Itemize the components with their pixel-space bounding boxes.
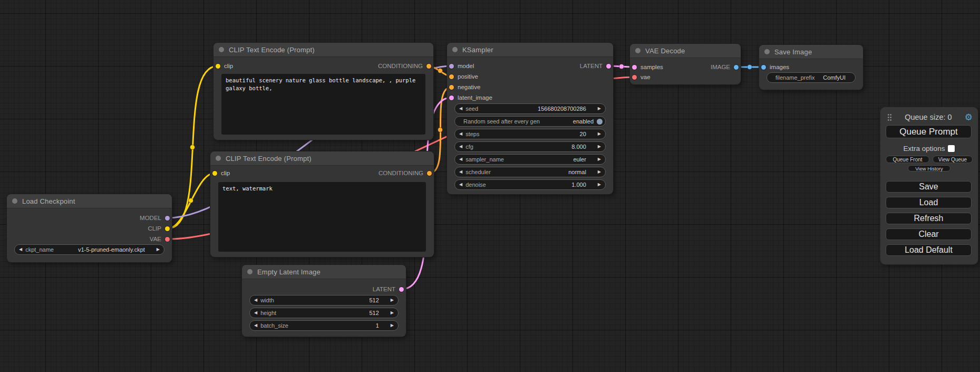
queue-prompt-button[interactable]: Queue Prompt	[886, 125, 972, 138]
ckpt-name-widget[interactable]: ◀ ckpt_name v1-5-pruned-emaonly.ckpt ▶	[14, 244, 164, 255]
toggle-knob[interactable]	[597, 119, 603, 125]
node-title: CLIP Text Encode (Prompt)	[226, 155, 312, 163]
node-title: Empty Latent Image	[257, 268, 321, 276]
node-load-checkpoint[interactable]: Load Checkpoint MODEL CLIP VAE ◀ ckpt_na…	[7, 194, 172, 262]
node-title-bar[interactable]: Empty Latent Image	[242, 265, 406, 279]
queue-size-label: Queue size: 0	[892, 113, 965, 121]
conditioning-output-port[interactable]	[426, 64, 431, 69]
node-ksampler[interactable]: KSampler model positive negative latent_…	[447, 43, 613, 194]
node-title: Save Image	[774, 48, 812, 56]
output-latent: LATENT	[373, 284, 404, 294]
samples-input-port[interactable]	[632, 65, 637, 70]
arrow-left-icon[interactable]: ◀	[254, 311, 257, 315]
input-samples: samples	[632, 62, 663, 72]
node-clip-text-encode-positive[interactable]: CLIP Text Encode (Prompt) clip CONDITION…	[214, 43, 433, 140]
extra-options-checkbox[interactable]	[948, 145, 955, 152]
vae-input-port[interactable]	[632, 75, 637, 80]
height-widget[interactable]: ◀ height 512 ▶	[249, 308, 399, 318]
refresh-button[interactable]: Refresh	[886, 213, 972, 224]
arrow-right-icon[interactable]: ▶	[391, 323, 394, 328]
collapse-dot-icon[interactable]	[452, 47, 458, 52]
latent-input-port[interactable]	[449, 96, 454, 100]
extra-options-label: Extra options	[904, 145, 945, 152]
steps-widget[interactable]: ◀ steps 20 ▶	[454, 129, 606, 139]
arrow-right-icon[interactable]: ▶	[598, 107, 601, 111]
arrow-right-icon[interactable]: ▶	[598, 183, 601, 187]
node-title-bar[interactable]: Save Image	[759, 45, 863, 59]
arrow-right-icon[interactable]: ▶	[598, 132, 601, 136]
arrow-left-icon[interactable]: ◀	[459, 170, 462, 174]
clear-button[interactable]: Clear	[886, 228, 972, 240]
arrow-right-icon[interactable]: ▶	[598, 170, 601, 174]
latent-output-port[interactable]	[606, 64, 611, 69]
filename-prefix-widget[interactable]: filename_prefix ComfyUI	[766, 72, 856, 83]
sampler-name-widget[interactable]: ◀ sampler_name euler ▶	[454, 154, 606, 165]
load-default-button[interactable]: Load Default	[886, 244, 972, 256]
arrow-right-icon[interactable]: ▶	[157, 247, 160, 252]
collapse-dot-icon[interactable]	[219, 47, 224, 52]
collapse-dot-icon[interactable]	[216, 156, 221, 161]
denoise-widget[interactable]: ◀ denoise 1.000 ▶	[454, 179, 606, 190]
arrow-left-icon[interactable]: ◀	[459, 107, 462, 111]
node-title: VAE Decode	[645, 47, 685, 55]
collapse-dot-icon[interactable]	[764, 49, 770, 54]
random-seed-toggle-widget[interactable]: Random seed after every gen enabled	[454, 116, 606, 127]
collapse-dot-icon[interactable]	[635, 48, 641, 53]
width-widget[interactable]: ◀ width 512 ▶	[249, 295, 399, 306]
node-title-bar[interactable]: VAE Decode	[630, 44, 741, 58]
gear-icon[interactable]: ⚙	[965, 113, 973, 122]
image-output-port[interactable]	[734, 65, 739, 70]
queue-panel: Queue size: 0 ⚙ Queue Prompt Extra optio…	[880, 107, 978, 264]
positive-input-port[interactable]	[449, 74, 454, 79]
node-save-image[interactable]: Save Image images filename_prefix ComfyU…	[759, 45, 863, 90]
arrow-left-icon[interactable]: ◀	[459, 145, 462, 149]
node-title-bar[interactable]: CLIP Text Encode (Prompt)	[214, 43, 433, 57]
output-latent: LATENT	[580, 61, 611, 71]
prompt-textarea[interactable]: text, watermark	[218, 182, 426, 252]
input-positive: positive	[449, 71, 478, 82]
arrow-left-icon[interactable]: ◀	[459, 132, 462, 136]
node-vae-decode[interactable]: VAE Decode samples vae IMAGE	[630, 44, 741, 84]
view-history-button[interactable]: View History	[908, 165, 950, 171]
clip-input-port[interactable]	[212, 171, 217, 176]
batch-size-widget[interactable]: ◀ batch_size 1 ▶	[249, 320, 399, 331]
negative-input-port[interactable]	[449, 85, 454, 90]
arrow-left-icon[interactable]: ◀	[459, 157, 462, 161]
arrow-left-icon[interactable]: ◀	[459, 183, 462, 187]
collapse-dot-icon[interactable]	[247, 269, 253, 274]
arrow-right-icon[interactable]: ▶	[391, 311, 394, 315]
node-title-bar[interactable]: Load Checkpoint	[7, 194, 172, 208]
input-clip: clip	[212, 168, 230, 178]
seed-widget[interactable]: ◀ seed 156680208700286 ▶	[454, 103, 606, 114]
cfg-widget[interactable]: ◀ cfg 8.000 ▶	[454, 141, 606, 152]
node-title-bar[interactable]: CLIP Text Encode (Prompt)	[210, 151, 434, 166]
node-empty-latent-image[interactable]: Empty Latent Image LATENT ◀ width 512 ▶ …	[242, 265, 406, 337]
output-vae: VAE	[150, 234, 170, 244]
vae-output-port[interactable]	[165, 237, 170, 242]
arrow-right-icon[interactable]: ▶	[391, 298, 394, 302]
arrow-right-icon[interactable]: ▶	[598, 145, 601, 149]
input-vae: vae	[632, 72, 651, 82]
model-input-port[interactable]	[449, 64, 454, 69]
node-title-bar[interactable]: KSampler	[447, 43, 613, 57]
node-title: CLIP Text Encode (Prompt)	[229, 46, 315, 54]
images-input-port[interactable]	[761, 65, 766, 70]
drag-handle-icon[interactable]	[887, 113, 892, 121]
node-clip-text-encode-negative[interactable]: CLIP Text Encode (Prompt) clip CONDITION…	[210, 151, 434, 257]
arrow-left-icon[interactable]: ◀	[254, 323, 257, 328]
view-queue-button[interactable]: View Queue	[933, 156, 973, 163]
clip-output-port[interactable]	[165, 226, 170, 231]
arrow-left-icon[interactable]: ◀	[19, 247, 22, 252]
save-button[interactable]: Save	[886, 181, 972, 193]
model-output-port[interactable]	[165, 216, 170, 221]
conditioning-output-port[interactable]	[427, 171, 432, 176]
prompt-textarea[interactable]: beautiful scenery nature glass bottle la…	[221, 74, 425, 135]
arrow-right-icon[interactable]: ▶	[598, 157, 601, 161]
queue-front-button[interactable]: Queue Front	[886, 156, 929, 163]
scheduler-widget[interactable]: ◀ scheduler normal ▶	[454, 167, 606, 177]
collapse-dot-icon[interactable]	[12, 198, 17, 204]
clip-input-port[interactable]	[216, 64, 220, 69]
arrow-left-icon[interactable]: ◀	[254, 298, 257, 302]
latent-output-port[interactable]	[399, 287, 404, 292]
load-button[interactable]: Load	[886, 197, 972, 208]
